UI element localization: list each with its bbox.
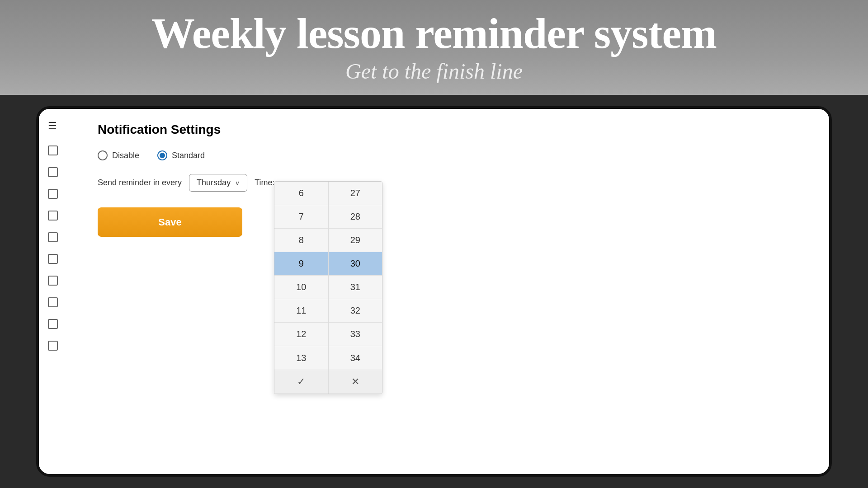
time-picker: 6 7 8 9 10 11 12 13 27 28 29 30 xyxy=(274,181,382,394)
checkbox-6[interactable] xyxy=(48,254,58,264)
save-button[interactable]: Save xyxy=(98,207,242,237)
checkmark-icon: ✓ xyxy=(297,376,305,388)
hamburger-icon[interactable]: ☰ xyxy=(48,120,71,132)
minutes-column: 27 28 29 30 31 32 33 34 xyxy=(329,182,382,370)
close-icon: ✕ xyxy=(351,376,359,388)
day-dropdown-value: Thursday xyxy=(197,178,231,188)
radio-standard[interactable]: Standard xyxy=(157,150,205,160)
hour-9[interactable]: 9 xyxy=(274,252,328,276)
minute-28[interactable]: 28 xyxy=(329,205,382,229)
day-dropdown[interactable]: Thursday ∨ xyxy=(189,174,247,192)
radio-disable-label: Disable xyxy=(112,151,139,160)
time-picker-columns: 6 7 8 9 10 11 12 13 27 28 29 30 xyxy=(274,182,382,370)
minute-33[interactable]: 33 xyxy=(329,323,382,346)
checkbox-10[interactable] xyxy=(48,341,58,351)
header-banner: Weekly lesson reminder system Get to the… xyxy=(0,0,868,95)
checkbox-1[interactable] xyxy=(48,145,58,155)
sidebar: ☰ xyxy=(39,109,80,474)
header-title: Weekly lesson reminder system xyxy=(151,12,717,55)
send-reminder-row: Send reminder in every Thursday ∨ Time: xyxy=(98,174,811,192)
checkbox-4[interactable] xyxy=(48,211,58,221)
checkbox-3[interactable] xyxy=(48,189,58,199)
checkbox-list xyxy=(48,145,71,351)
radio-disable-circle[interactable] xyxy=(98,150,108,160)
main-content: Notification Settings Disable Standard S… xyxy=(80,109,829,474)
notification-settings-title: Notification Settings xyxy=(98,122,811,137)
send-reminder-label: Send reminder in every xyxy=(98,178,182,188)
minute-31[interactable]: 31 xyxy=(329,276,382,299)
time-label: Time: xyxy=(255,178,274,188)
minute-29[interactable]: 29 xyxy=(329,229,382,252)
hour-13[interactable]: 13 xyxy=(274,346,328,370)
minute-32[interactable]: 32 xyxy=(329,299,382,323)
hour-6[interactable]: 6 xyxy=(274,182,328,205)
time-picker-cancel-button[interactable]: ✕ xyxy=(329,370,382,394)
tablet-area: ☰ Notification Settings Disab xyxy=(0,95,868,488)
hour-12[interactable]: 12 xyxy=(274,323,328,346)
checkbox-2[interactable] xyxy=(48,167,58,177)
hour-10[interactable]: 10 xyxy=(274,276,328,299)
minute-34[interactable]: 34 xyxy=(329,346,382,370)
checkbox-9[interactable] xyxy=(48,319,58,329)
time-picker-footer: ✓ ✕ xyxy=(274,370,382,394)
hour-7[interactable]: 7 xyxy=(274,205,328,229)
minute-30[interactable]: 30 xyxy=(329,252,382,276)
hours-column: 6 7 8 9 10 11 12 13 xyxy=(274,182,329,370)
checkbox-7[interactable] xyxy=(48,276,58,286)
checkbox-8[interactable] xyxy=(48,297,58,307)
minute-27[interactable]: 27 xyxy=(329,182,382,205)
header-subtitle: Get to the finish line xyxy=(345,59,523,84)
radio-disable[interactable]: Disable xyxy=(98,150,139,160)
hour-8[interactable]: 8 xyxy=(274,229,328,252)
chevron-down-icon: ∨ xyxy=(235,179,240,187)
hour-11[interactable]: 11 xyxy=(274,299,328,323)
radio-standard-label: Standard xyxy=(172,151,205,160)
radio-standard-circle[interactable] xyxy=(157,150,167,160)
radio-row: Disable Standard xyxy=(98,150,811,160)
tablet: ☰ Notification Settings Disab xyxy=(36,106,832,477)
time-picker-confirm-button[interactable]: ✓ xyxy=(274,370,329,394)
checkbox-5[interactable] xyxy=(48,232,58,242)
